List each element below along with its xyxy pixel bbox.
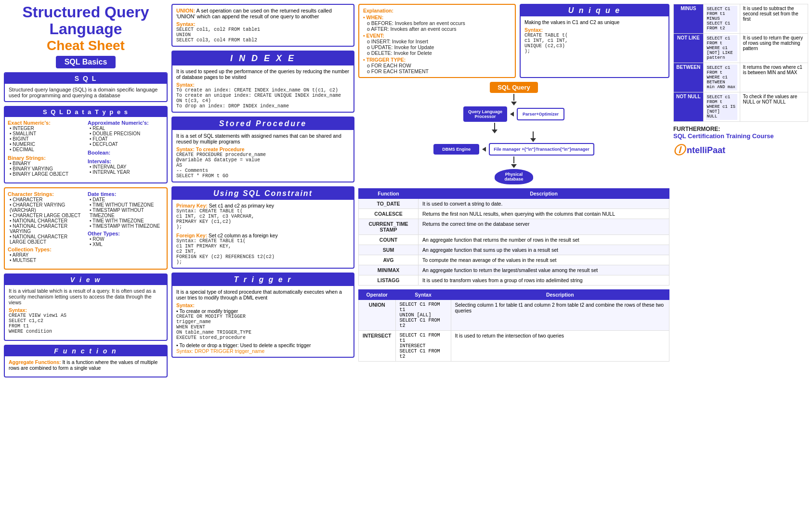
left-column: Structured Query Language Cheat Sheet SQ… [4, 4, 168, 381]
collection-title: Collection Types: [8, 247, 84, 252]
trigger-desc: It is a special type of stored procedure… [176, 289, 350, 300]
not-like-op: NOT LIKE [674, 34, 704, 63]
op-col-header: Operator [359, 290, 396, 300]
far-right-column: MINUS SELECT C1 FROM t1MINUSSELECT C1 FR… [673, 4, 808, 381]
desc-col-header: Description [419, 189, 669, 199]
constraint-header: Using SQL Constraint [172, 187, 354, 200]
unique-header: U n i q u e [521, 5, 668, 16]
datatypes-header: S Q L D a t a T y p e s [5, 107, 167, 117]
trigger-syntax-label: Syntax: [176, 302, 195, 308]
explanation-section: Explanation: • WHEN: o BEFORE: Invokes b… [358, 4, 516, 78]
event-label: • EVENT: [363, 33, 384, 39]
sql-section: S Q L Structured query language (SQL) is… [4, 72, 168, 102]
main-title: Structured Query Language [4, 4, 168, 38]
table-row: MINUS SELECT C1 FROM t1MINUSSELECT C1 FR… [674, 4, 808, 34]
stored-syntax-code: CREATE PROCEDURE procedure_name @variabl… [176, 152, 350, 179]
indexe-desc: It is used to speed up the performance o… [176, 68, 350, 80]
approx-items: • REAL • DOUBLE PRECISION • FLOAT • DECF… [88, 126, 164, 147]
trigger-bullet2-syntax: Syntax: DROP TRIGGER trigger_name [176, 348, 264, 354]
approx-title: Approximate Numeric's: [88, 120, 164, 126]
unique-syntax-label: Syntax: [524, 27, 543, 33]
sql-description: Structured query language (SQL) is a dom… [9, 87, 163, 98]
pk-code: Syntax: CREATE TABLE t( c1 INT, c2 INT, … [176, 208, 350, 230]
stored-header: Stored Procedure [172, 117, 354, 130]
view-description: It is a virtual table which is a result … [9, 288, 163, 305]
sql-query-button: SQL Query [490, 82, 538, 93]
union-syntax-code: SELECT col1, col2 FROM table1 UNION SELE… [176, 27, 350, 43]
binary-title: Binary Strings: [8, 155, 84, 161]
trigger-bullet2: • To delete or drop a trigger: Used to d… [176, 342, 350, 348]
brand-icon: Ⓘ [673, 143, 685, 158]
fk-label: Foreign Key: [176, 233, 207, 238]
right-center-column: Explanation: • WHEN: o BEFORE: Invokes b… [358, 4, 669, 381]
func-col-header: Function [359, 189, 419, 199]
table-row: INTERSECT SELECT C1 FROM t1 INTERSECT SE… [359, 331, 669, 362]
intellipaat-logo: Ⓘ ntelliPaat [673, 143, 808, 158]
cheat-sheet-title: Cheat Sheet [4, 38, 168, 54]
table-row: TO_DATE It is used to convert a string t… [359, 199, 669, 209]
trigger-type-label: • TRIGGER TYPE: [363, 57, 406, 63]
union-syntax-label: Syntax: [176, 21, 196, 27]
trigger-bullet1: • To create or modify trigger [176, 308, 350, 314]
stored-procedure-section: Stored Procedure It is a set of SQL stat… [171, 117, 354, 182]
table-row: CURRENT_TIMESTAMP Returns the correct ti… [359, 219, 669, 235]
minus-op: MINUS [674, 4, 704, 34]
union-title: UNION: [176, 8, 195, 13]
char-strings-section: Character Strings: • CHARACTER • CHARACT… [4, 187, 168, 270]
sql-basics-badge: SQL Basics [56, 56, 116, 68]
fk-code: Syntax: CREATE TABLE t1( c1 INT PRIMARY … [176, 238, 350, 265]
interval-items: • INTERVAL DAY • INTERVAL YEAR [88, 164, 164, 175]
agg-label: Aggregate Functions: [9, 359, 61, 365]
binary-items: • BINARY • BINARY VARYING • BINARY LARGE… [8, 161, 84, 177]
function-header: F u n c t i o n [5, 346, 167, 356]
constraint-section: Using SQL Constraint Primary Key: Set c1… [171, 186, 354, 269]
furthermore-label: FURTHERMORE: [673, 126, 808, 132]
table-row: SUM An aggregate function that sums up t… [359, 245, 669, 255]
exact-numeric-items: • INTEGER • SMALLINT • BIGINT • NUMERIC … [8, 126, 84, 152]
exact-numeric-title: Exact Numeric's: [8, 120, 84, 126]
view-section: V i e w It is a virtual table which is a… [4, 273, 168, 341]
trigger-section: T r i g g e r It is a special type of st… [171, 273, 354, 358]
sql-diagram: SQL Query Query LanguageProcessor Parser… [433, 82, 594, 184]
op-desc-col-header: Description [451, 290, 669, 300]
other-title: Other Types: [88, 231, 164, 236]
when-label: • WHEN: [363, 14, 383, 20]
datetime-title: Date times: [88, 191, 164, 197]
table-row: UNION SELECT C1 FROM t1 UNION [ALL] SELE… [359, 300, 669, 331]
unique-section: U n i q u e Making the values in C1 and … [520, 4, 669, 78]
unique-syntax-code: CREATE TABLE t( c1 INT, c1 INT, UNIQUE (… [524, 33, 665, 54]
furthermore-section: FURTHERMORE: SQL Certification Training … [673, 126, 808, 140]
table-row: AVG To compute the mean average of the v… [359, 255, 669, 265]
file-manager-box: File manager +{"\n"}Transaction{"\n"}man… [489, 143, 594, 156]
trigger-header: T r i g g e r [172, 273, 354, 286]
table-row: LISTAGG It is used to transform values f… [359, 275, 669, 286]
table-row: MIN/MAX An aggregate function to return … [359, 265, 669, 275]
view-syntax-code: CREATE VIEW view1 AS SELECT c1,c2 FROM t… [9, 313, 163, 334]
indexe-syntax-items: To create an index: CREATE INDEX index_n… [176, 88, 350, 109]
table-row: NOT LIKE SELECT c1 FROM tWHERE c1 [NOT] … [674, 34, 808, 63]
bool-title: Boolean: [88, 150, 164, 156]
unique-desc: Making the values in C1 and C2 as unique [524, 19, 665, 25]
mini-ops-table: MINUS SELECT C1 FROM t1MINUSSELECT C1 FR… [673, 4, 808, 122]
indexe-section: I N D E X E It is used to speed up the p… [171, 51, 354, 113]
char-strings-title: Character Strings: [8, 191, 84, 197]
stored-syntax-label: Syntax: To create Procedure [176, 146, 245, 152]
datetime-items: • DATE • TIME WITHOUT TIMEZONE • TIMESTA… [88, 197, 164, 229]
union-section: UNION: A set operation can be used on th… [171, 4, 354, 47]
interval-title: Intervals: [88, 158, 164, 164]
table-row: COUNT An aggregate function that returns… [359, 235, 669, 245]
trigger-bullet1-code: CREATE OR MODIFY TRIGGER trigger_name WH… [176, 314, 350, 340]
operator-table: Operator Syntax Description UNION SELECT… [358, 289, 669, 362]
functions-table: Function Description TO_DATE It is used … [358, 188, 669, 286]
explain-title: Explanation: [363, 8, 511, 13]
table-row: BETWEEN SELECT c1 FROM tWHERE c1 BETWEEN… [674, 63, 808, 92]
sql-training-link[interactable]: SQL Certification Training Course [673, 132, 808, 140]
view-header: V i e w [5, 274, 167, 285]
union-desc: A set operation can be used on the retur… [176, 8, 332, 19]
brand-name: ntelliPaat [687, 145, 725, 156]
query-language-box: Query LanguageProcessor [463, 106, 507, 122]
table-row: NOT NULL SELECT c1 FROM tWHERE c1 IS [NO… [674, 92, 808, 122]
dbms-engine-box: DBMS Engine [433, 144, 479, 155]
pk-label: Primary Key: [176, 203, 208, 208]
stored-desc: It is a set of SQL statements with assig… [176, 133, 350, 144]
